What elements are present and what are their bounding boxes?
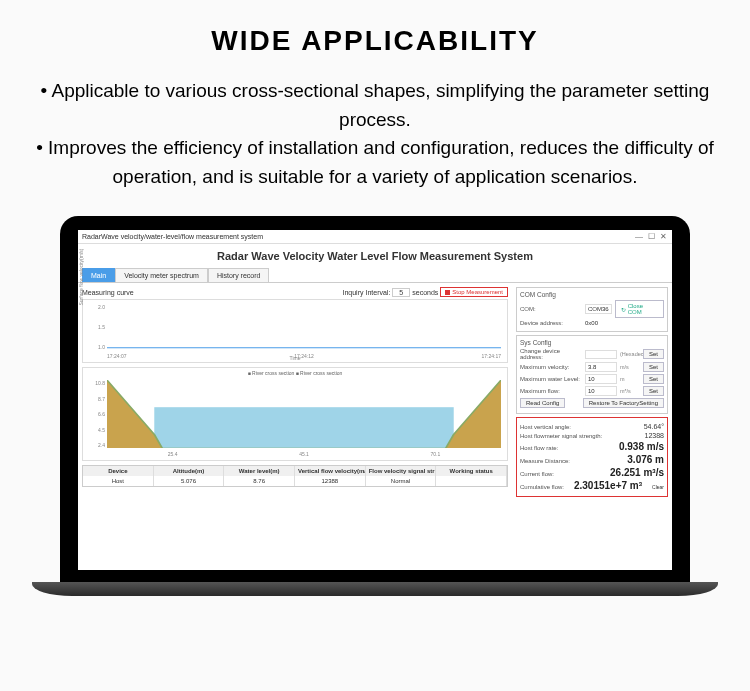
close-com-button[interactable]: Close COM [615,300,664,318]
window-titlebar: RadarWave velocity/water-level/flow meas… [78,230,672,244]
com-config-title: COM Config [520,291,664,298]
chart2-ytick: 6.6 [87,411,105,417]
chart1-xlabel: Time [290,355,301,361]
level-unit: m [620,376,640,382]
chart2-xtick: 70.1 [430,451,440,457]
stop-measurement-button[interactable]: Stop Measurement [440,287,508,297]
close-button[interactable]: ✕ [658,232,668,241]
chart2-legend: ■ River cross section ■ River cross sect… [248,370,343,376]
chart1-xtick: 17:24:17 [482,353,501,359]
interval-label: Inquiry Interval: [343,289,391,296]
td: 8.76 [224,476,295,486]
chart1-ytick: 2.0 [87,304,105,310]
com-label: COM: [520,306,582,312]
tab-history[interactable]: History record [208,268,270,282]
th-velocity: Vertical flow velocity(m/s) [295,466,366,476]
max-velocity-input[interactable]: 3.8 [585,362,617,372]
cumulative-flow-value: 2.30151e+7 m³ [574,480,642,491]
velocity-chart: Surface flow velocity(m/s) 2.0 1.5 1.0 1… [82,299,508,363]
change-addr-input[interactable] [585,350,617,359]
set-flow-button[interactable]: Set [643,386,664,396]
td: 12388 [295,476,366,486]
cross-section-chart: ■ River cross section ■ River cross sect… [82,367,508,461]
interval-input[interactable]: 5 [392,288,410,297]
th-device: Device [83,466,154,476]
bullet-1: • Applicable to various cross-sectional … [30,77,720,134]
chart2-ytick: 4.5 [87,427,105,433]
th-signal: Flow velocity signal strength [366,466,437,476]
device-address-value: 0x00 [585,320,598,326]
tab-bar: Main Velocity meter spectrum History rec… [78,268,672,283]
read-config-button[interactable]: Read Config [520,398,565,408]
com-config-panel: COM Config COM: COM36 Close COM Device a… [516,287,668,332]
laptop-frame: RadarWave velocity/water-level/flow meas… [60,216,690,596]
device-address-label: Device address: [520,320,582,326]
measuring-curve-label: Measuring curve [82,289,134,296]
distance-label: Measure Distance: [520,458,570,464]
set-velocity-button[interactable]: Set [643,362,664,372]
tab-spectrum[interactable]: Velocity meter spectrum [115,268,208,282]
chart1-xtick: 17:24:07 [107,353,126,359]
max-level-label: Maximum water Level: [520,376,582,382]
angle-value: 54.64° [644,423,664,430]
interval-unit: seconds [412,289,438,296]
td: 5.076 [154,476,225,486]
data-table: Device Altitude(m) Water level(m) Vertic… [82,465,508,487]
td: Normal [366,476,437,486]
svg-rect-1 [154,407,453,448]
window-caption: RadarWave velocity/water-level/flow meas… [82,233,263,240]
th-status: Working status [436,466,507,476]
angle-label: Host vertical angle: [520,424,571,430]
td [436,476,507,486]
rate-label: Host flow rate: [520,445,558,451]
max-flow-input[interactable]: 10 [585,386,617,396]
minimize-button[interactable]: — [634,232,644,241]
clear-button[interactable]: Clear [652,484,664,490]
page-title: WIDE APPLICABILITY [0,25,750,57]
restore-factory-button[interactable]: Restore To FactorySetting [583,398,664,408]
signal-label: Host flowmeter signal strength: [520,433,602,439]
sys-config-panel: Sys Config Change device address: (Hexad… [516,335,668,414]
rate-value: 0.938 m/s [619,441,664,452]
chart1-ytick: 1.5 [87,324,105,330]
chart2-xtick: 45.1 [299,451,309,457]
distance-value: 3.076 m [627,454,664,465]
signal-value: 12388 [645,432,664,439]
chart1-ylabel: Surface flow velocity(m/s) [78,249,84,306]
change-addr-label: Change device address: [520,348,582,360]
tab-main[interactable]: Main [82,268,115,282]
max-velocity-label: Maximum velocity: [520,364,582,370]
laptop-base [32,582,718,596]
th-water-level: Water level(m) [224,466,295,476]
app-window: RadarWave velocity/water-level/flow meas… [78,230,672,570]
chart2-ytick: 10.8 [87,380,105,386]
bullet-2: • Improves the efficiency of installatio… [30,134,720,191]
current-flow-label: Current flow: [520,471,554,477]
maximize-button[interactable]: ☐ [646,232,656,241]
max-level-input[interactable]: 10 [585,374,617,384]
set-addr-button[interactable]: Set [643,349,664,359]
app-title: Radar Wave Velocity Water Level Flow Mea… [78,244,672,268]
table-row: Host 5.076 8.76 12388 Normal [83,476,507,486]
td: Host [83,476,154,486]
com-select[interactable]: COM36 [585,304,612,314]
set-level-button[interactable]: Set [643,374,664,384]
chart2-ytick: 2.4 [87,442,105,448]
max-flow-label: Maximum flow: [520,388,582,394]
velocity-unit: m/s [620,364,640,370]
th-altitude: Altitude(m) [154,466,225,476]
flow-unit: m³/s [620,388,640,394]
chart2-ytick: 8.7 [87,396,105,402]
chart1-ytick: 1.0 [87,344,105,350]
bullet-list: • Applicable to various cross-sectional … [0,77,750,191]
readout-panel: Host vertical angle:54.64° Host flowmete… [516,417,668,497]
chart2-xtick: 25.4 [168,451,178,457]
sys-config-title: Sys Config [520,339,664,346]
current-flow-value: 26.251 m³/s [610,467,664,478]
cumulative-flow-label: Cumulative flow: [520,484,564,490]
hex-unit: (Hexadecimal) [620,351,640,357]
